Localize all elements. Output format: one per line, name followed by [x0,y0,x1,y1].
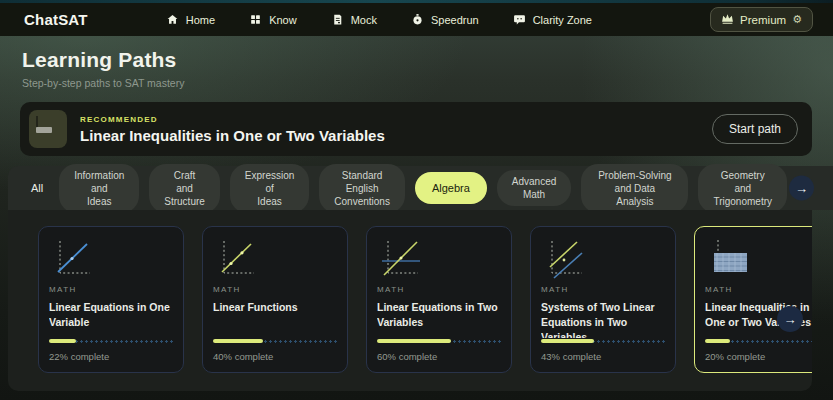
nav-item-label: Speedrun [431,14,479,26]
path-card-linear-equations-in-two-variables[interactable]: MATH Linear Equations in Two Variables 6… [366,226,512,373]
recommended-title: Linear Inequalities in One or Two Variab… [80,127,385,144]
filter-chip-expression-of-ideas[interactable]: Expression of Ideas [230,164,309,213]
nav-item-label: Clarity Zone [533,14,592,26]
nav-item-speedrun[interactable]: Speedrun [411,13,479,26]
nav-item-label: Mock [351,14,377,26]
card-category: MATH [49,285,173,294]
nav-item-label: Home [186,14,215,26]
line-up-blue-icon [49,235,173,285]
filter-chip-information-and-ideas[interactable]: Information and Ideas [59,164,139,213]
card-percent-label: 20% complete [705,351,812,362]
home-icon [166,13,179,26]
nav-menu: Home Know Mock Speedrun Clarity Zone [48,13,710,26]
line-cross-icon [377,235,501,285]
page-header: Learning Paths Step-by-step paths to SAT… [0,36,833,89]
filters-next-arrow-button[interactable]: → [789,176,814,201]
cards-next-arrow-button[interactable]: → [777,306,803,332]
chat-icon [513,13,526,26]
recommended-label: RECOMMENDED [80,115,385,124]
category-filter-bar: AllInformation and IdeasCraft and Struct… [8,166,833,210]
top-nav: ChatSAT Home Know Mock Speedrun Clarity … [0,3,833,36]
progress-bar [705,340,812,343]
card-percent-label: 40% complete [213,351,337,362]
document-icon [331,13,344,26]
card-category: MATH [213,285,337,294]
card-category: MATH [541,285,665,294]
gear-icon[interactable]: ⚙ [792,13,802,26]
filter-chip-standard-english-conventions[interactable]: Standard English Conventions [319,164,405,213]
nav-item-label: Know [269,14,297,26]
filter-chip-geometry-and-trigonometry[interactable]: Geometry and Trigonometry [698,164,787,213]
card-category: MATH [705,285,812,294]
card-title: Linear Functions [213,300,337,338]
progress-bar [541,340,665,343]
path-card-linear-equations-in-one-variable[interactable]: MATH Linear Equations in One Variable 22… [38,226,184,373]
start-path-button[interactable]: Start path [712,114,798,144]
card-percent-label: 22% complete [49,351,173,362]
card-title: Linear Equations in Two Variables [377,300,501,338]
stopwatch-icon [411,13,424,26]
page-title: Learning Paths [22,48,833,72]
premium-label: Premium [740,14,786,26]
nav-item-mock[interactable]: Mock [331,13,377,26]
learning-paths-page: ChatSAT Home Know Mock Speedrun Clarity … [0,0,833,400]
filter-chip-advanced-math[interactable]: Advanced Math [497,170,571,206]
card-category: MATH [377,285,501,294]
crown-icon [721,13,734,26]
progress-bar [377,340,501,343]
nav-item-know[interactable]: Know [249,13,297,26]
grid-icon [249,13,262,26]
nav-item-clarity-zone[interactable]: Clarity Zone [513,13,592,26]
line-up-yellow-icon [213,235,337,285]
nav-item-home[interactable]: Home [166,13,215,26]
path-card-linear-inequalities-in-one-or-two-variables[interactable]: MATH Linear Inequalities in One or Two V… [694,226,812,373]
path-card-systems-of-two-linear-equations-in-two-variables[interactable]: MATH Systems of Two Linear Equations in … [530,226,676,373]
filter-chip-all[interactable]: All [25,176,49,200]
filter-chip-algebra[interactable]: Algebra [415,172,487,204]
progress-bar [49,340,173,343]
recommended-banner[interactable]: RECOMMENDED Linear Inequalities in One o… [20,102,812,156]
path-card-linear-functions[interactable]: MATH Linear Functions 40% complete [202,226,348,373]
card-title: Systems of Two Linear Equations in Two V… [541,300,665,338]
progress-bar [213,340,337,343]
premium-button[interactable]: Premium ⚙ [710,7,813,32]
card-percent-label: 60% complete [377,351,501,362]
filter-chip-problem-solving-and-data-analysis[interactable]: Problem-Solving and Data Analysis [581,164,688,213]
page-subtitle: Step-by-step paths to SAT mastery [22,77,833,89]
card-title: Linear Equations in One Variable [49,300,173,338]
parallel-lines-icon [541,235,665,285]
recommended-thumbnail [29,110,67,148]
recommended-text: RECOMMENDED Linear Inequalities in One o… [80,115,385,144]
shaded-region-icon [705,235,812,285]
filter-chip-craft-and-structure[interactable]: Craft and Structure [149,164,220,213]
learning-path-cards: MATH Linear Equations in One Variable 22… [8,210,812,391]
card-percent-label: 43% complete [541,351,665,362]
